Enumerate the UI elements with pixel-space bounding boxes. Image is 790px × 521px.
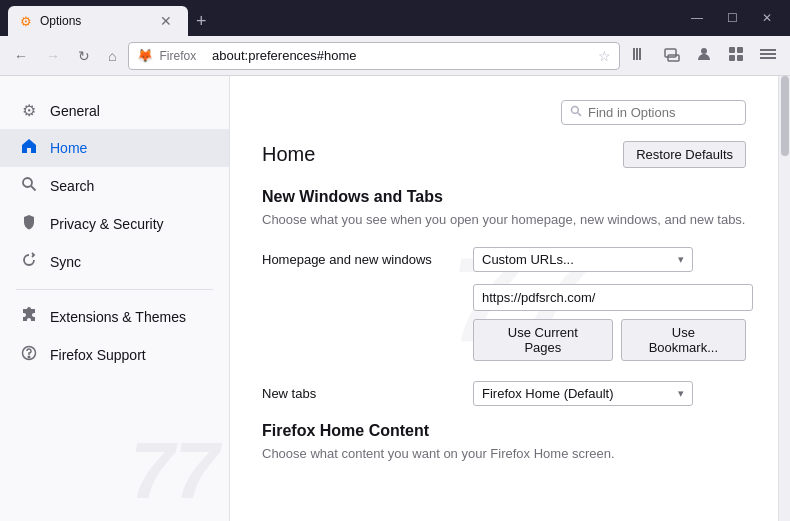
new-tabs-dropdown-arrow: ▾ [678,387,684,400]
home-icon [20,138,38,158]
sidebar-label-extensions: Extensions & Themes [50,309,186,325]
tab-icon: ⚙ [20,14,32,29]
sync-tabs-icon[interactable] [658,42,686,70]
menu-icon[interactable] [754,42,782,70]
svg-line-20 [578,113,581,116]
section2-desc: Choose what content you want on your Fir… [262,446,746,461]
reload-button[interactable]: ↻ [72,44,96,68]
sidebar-label-search: Search [50,178,94,194]
sidebar-divider [16,289,213,290]
extensions-icon[interactable] [722,42,750,70]
sidebar-watermark: 77 [130,431,219,511]
new-tab-button[interactable]: + [188,6,215,36]
svg-rect-11 [760,53,776,55]
sidebar-label-general: General [50,103,100,119]
url-separator [202,48,206,64]
homepage-dropdown[interactable]: Custom URLs... ▾ [473,247,693,272]
svg-rect-6 [729,47,735,53]
new-tabs-dropdown[interactable]: Firefox Home (Default) ▾ [473,381,693,406]
sync-icon [20,252,38,272]
find-bar [262,100,746,125]
svg-point-19 [572,107,579,114]
sidebar-label-support: Firefox Support [50,347,146,363]
homepage-label: Homepage and new windows [262,252,457,267]
profile-icon[interactable] [690,42,718,70]
find-input-wrap[interactable] [561,100,746,125]
tab-close-button[interactable]: ✕ [156,11,176,31]
svg-point-16 [27,219,29,221]
page-title: Home [262,143,315,166]
minimize-button[interactable]: — [681,7,713,29]
svg-point-5 [701,48,707,54]
forward-button[interactable]: → [40,44,66,68]
url-bar[interactable]: 🦊 Firefox ☆ [128,42,620,70]
svg-rect-10 [760,49,776,51]
url-input-field[interactable] [473,284,753,311]
svg-point-13 [23,178,32,187]
svg-rect-7 [737,47,743,53]
section1-desc: Choose what you see when you open your h… [262,212,746,227]
homepage-dropdown-arrow: ▾ [678,253,684,266]
url-input[interactable] [212,48,592,63]
section2-title: Firefox Home Content [262,422,746,440]
restore-defaults-button[interactable]: Restore Defaults [623,141,746,168]
sidebar-item-privacy[interactable]: Privacy & Security [0,205,229,243]
close-button[interactable]: ✕ [752,7,782,29]
find-icon [570,105,582,120]
sidebar-item-extensions[interactable]: Extensions & Themes [0,298,229,336]
sidebar-item-general[interactable]: ⚙ General [0,92,229,129]
find-input[interactable] [588,105,737,120]
homepage-dropdown-value: Custom URLs... [482,252,670,267]
search-sidebar-icon [20,176,38,196]
new-tabs-label: New tabs [262,386,457,401]
privacy-icon [20,214,38,234]
svg-rect-8 [729,55,735,61]
options-tab[interactable]: ⚙ Options ✕ [8,6,188,36]
svg-rect-4 [668,55,679,61]
sidebar-item-home[interactable]: Home [0,129,229,167]
section1-title: New Windows and Tabs [262,188,746,206]
extensions-sidebar-icon [20,307,38,327]
svg-rect-3 [665,49,676,57]
svg-rect-9 [737,55,743,61]
main-layout: 77 ⚙ General Home Search Privacy & Secur… [0,76,790,521]
bookmarks-icon[interactable] [626,42,654,70]
new-tabs-dropdown-value: Firefox Home (Default) [482,386,670,401]
new-tabs-row: New tabs Firefox Home (Default) ▾ [262,381,746,406]
homepage-buttons: Use Current Pages Use Bookmark... [473,319,746,361]
content-area: 77 Home Restore Defaults New Windows and… [230,76,778,521]
svg-rect-2 [639,48,641,60]
scrollbar-thumb[interactable] [781,76,789,156]
svg-rect-15 [27,221,29,225]
use-current-pages-button[interactable]: Use Current Pages [473,319,613,361]
support-icon [20,345,38,365]
nav-bar: ← → ↻ ⌂ 🦊 Firefox ☆ [0,36,790,76]
window-controls: — ☐ ✕ [681,7,782,29]
bookmark-star-icon[interactable]: ☆ [598,48,611,64]
general-icon: ⚙ [20,101,38,120]
site-name: Firefox [159,49,196,63]
svg-rect-0 [633,48,635,60]
sidebar-item-support[interactable]: Firefox Support [0,336,229,374]
svg-rect-12 [760,57,776,59]
svg-rect-1 [636,48,638,60]
title-bar: ⚙ Options ✕ + — ☐ ✕ [0,0,790,36]
sidebar-label-privacy: Privacy & Security [50,216,164,232]
nav-icons [626,42,782,70]
tab-title: Options [40,14,148,28]
sidebar-label-sync: Sync [50,254,81,270]
svg-point-18 [28,356,30,358]
use-bookmark-button[interactable]: Use Bookmark... [621,319,746,361]
home-button[interactable]: ⌂ [102,44,122,68]
site-icon: 🦊 [137,48,153,63]
sidebar-label-home: Home [50,140,87,156]
sidebar: 77 ⚙ General Home Search Privacy & Secur… [0,76,230,521]
sidebar-item-search[interactable]: Search [0,167,229,205]
scrollbar[interactable] [778,76,790,521]
content-header: Home Restore Defaults [262,141,746,168]
back-button[interactable]: ← [8,44,34,68]
tab-bar: ⚙ Options ✕ + [8,0,681,36]
svg-line-14 [31,186,36,191]
sidebar-item-sync[interactable]: Sync [0,243,229,281]
restore-button[interactable]: ☐ [717,7,748,29]
